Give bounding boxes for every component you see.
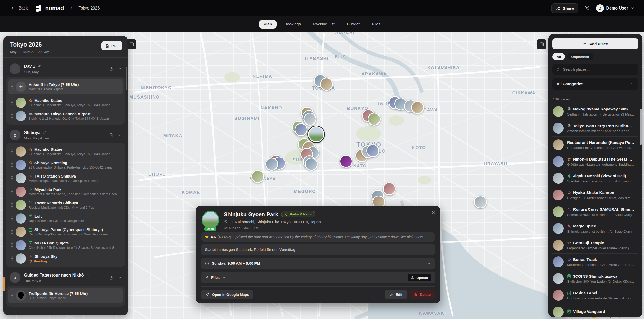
tab[interactable]: Files xyxy=(367,20,386,29)
itinerary-item[interactable]: Mercure Tokyo Haneda Airport 1-chōme-2-1… xyxy=(8,109,123,123)
map-place-marker[interactable] xyxy=(383,182,396,195)
drag-handle-icon[interactable] xyxy=(11,100,13,105)
drag-handle-icon[interactable] xyxy=(11,229,13,234)
theme-toggle-button[interactable] xyxy=(584,5,590,11)
category-dropdown[interactable]: All Categories xyxy=(552,78,638,90)
itinerary-item[interactable]: Shibuya Sky Pending xyxy=(8,252,123,265)
place-thumbnail xyxy=(553,106,564,117)
category-icon xyxy=(29,161,33,165)
chevron-down-icon[interactable] xyxy=(118,275,122,280)
open-google-maps-button[interactable]: Open in Google Maps xyxy=(201,290,253,299)
place-list-item[interactable]: Magic Spice Shimokitazawa ist berühmt fü… xyxy=(552,220,638,237)
map-place-marker[interactable] xyxy=(308,126,324,142)
back-button[interactable]: Back xyxy=(9,5,29,11)
itinerary-item[interactable]: MEGA Don Quijote Chaotischer 24h-Discoun… xyxy=(8,238,123,252)
place-list-item[interactable]: 3COINS Shimokitazawa Stylischer 300-Yen-… xyxy=(552,270,638,287)
files-row[interactable]: Files Upload xyxy=(201,272,435,283)
edit-day-icon[interactable] xyxy=(38,64,41,68)
place-name: Nihon-ji Daibutsu (The Great … xyxy=(573,157,632,162)
place-list-item[interactable]: Jigoku Nozoki (View of Hell) Spektakulär… xyxy=(552,170,638,187)
place-list-item[interactable]: Bonus Track Modernes, dörfliches Café-Ar… xyxy=(552,254,638,270)
itinerary-item[interactable]: Tower Records Shibuya Riesiger Musiklade… xyxy=(8,198,123,212)
tab[interactable]: Packing List xyxy=(308,20,340,29)
place-list-item[interactable]: Tokyo-Wan Ferry Port Kuriha… Abfahrtssta… xyxy=(552,120,638,137)
edit-button[interactable]: Edit xyxy=(385,290,407,299)
drag-handle-icon[interactable] xyxy=(11,176,13,181)
filter-chip[interactable]: Unplanned xyxy=(567,53,593,60)
chevron-down-icon[interactable] xyxy=(118,66,122,71)
delete-button[interactable]: Delete xyxy=(410,290,435,299)
drag-handle-icon[interactable] xyxy=(11,189,13,194)
place-list-item[interactable]: Restaurant Harunatei (Kanaya Po… Restaur… xyxy=(552,137,638,153)
map-place-marker[interactable] xyxy=(320,78,333,91)
drag-handle-icon[interactable] xyxy=(11,203,13,207)
map-place-marker[interactable] xyxy=(305,158,318,171)
note-input[interactable]: Startet im riesigen Stadtpark. Perfekt f… xyxy=(201,244,435,255)
itinerary-item[interactable]: Loft Japanischer Lifestyle- und Designst… xyxy=(8,212,123,225)
collapse-left-panel-button[interactable] xyxy=(127,39,136,49)
itinerary-item[interactable]: Hachiko Statue 2 Chome-1 Dogenzaka, Shib… xyxy=(8,145,123,158)
day-notes-icon[interactable] xyxy=(109,66,113,71)
brand-logo[interactable]: nomad xyxy=(36,4,64,12)
itinerary-scrollbar[interactable] xyxy=(126,67,127,90)
map-place-marker[interactable] xyxy=(295,123,307,136)
drag-handle-icon[interactable] xyxy=(11,256,13,261)
drag-handle-icon[interactable] xyxy=(11,163,13,167)
place-list-item[interactable]: B-Side Label Hochwertige, wasserfeste St… xyxy=(552,287,638,304)
map-place-marker[interactable] xyxy=(411,101,424,114)
edit-day-icon[interactable] xyxy=(86,273,90,277)
map-place-marker[interactable] xyxy=(304,113,316,126)
place-list-item[interactable]: Village Vanguard xyxy=(552,304,638,317)
map-place-marker[interactable] xyxy=(340,155,352,168)
drag-handle-icon[interactable] xyxy=(11,216,13,221)
itinerary-item[interactable]: Hachiko Statue 2 Chome-1 Dogenzaka, Shib… xyxy=(8,96,123,109)
day-header[interactable]: 3 Guided Tagestour nach Nikkō Tue, May 5… xyxy=(6,270,125,286)
place-list-item[interactable]: Nihon-ji Daibutsu (The Great … Größte au… xyxy=(552,153,638,170)
place-name: Jigoku Nozoki (View of Hell) xyxy=(573,174,626,178)
day-header[interactable]: 2 Shibuya Mon, May 4 — xyxy=(6,127,125,143)
export-pdf-button[interactable]: PDF xyxy=(101,41,122,50)
place-list-item[interactable]: Rojiura Curry SAMURAI. Shim… Shimokitaza… xyxy=(552,203,638,220)
day-notes-icon[interactable] xyxy=(109,275,113,280)
chevron-down-icon[interactable] xyxy=(118,133,122,137)
map-place-marker[interactable] xyxy=(265,158,278,171)
tab[interactable]: Budget xyxy=(342,20,365,29)
share-button[interactable]: Share xyxy=(551,3,578,13)
drag-handle-icon[interactable] xyxy=(11,243,13,247)
close-icon[interactable] xyxy=(431,210,436,215)
add-place-button[interactable]: Add Place xyxy=(552,38,638,49)
breadcrumb-separator: / xyxy=(71,6,72,11)
itinerary-item[interactable]: ✈ Ankunft in Tokyo (7:55 Uhr) Mercure Ha… xyxy=(8,79,123,94)
map-place-marker[interactable] xyxy=(474,196,487,208)
drag-handle-icon[interactable] xyxy=(11,84,13,89)
map-place-marker[interactable] xyxy=(251,170,264,183)
map-place-marker[interactable] xyxy=(366,144,379,157)
itinerary-item[interactable]: Shibuya Crossing 21 Udagawacho, Shibuya,… xyxy=(8,158,123,172)
search-input[interactable] xyxy=(562,67,635,72)
drag-handle-icon[interactable] xyxy=(11,114,13,118)
day-header[interactable]: 1 Day 1 Sun, May 3 — xyxy=(6,61,125,77)
collapse-right-panel-button[interactable] xyxy=(537,39,546,49)
place-list-item[interactable]: Nokogiriyama Ropeway Sum… Seilbahn: Tals… xyxy=(552,103,638,120)
places-scrollbar[interactable] xyxy=(640,109,642,145)
place-description: Restaurant mit verschiedener Auswahl di… xyxy=(567,146,638,150)
itinerary-item[interactable]: Treffpunkt für Abreise (7:55 Uhr) Bus Te… xyxy=(8,288,123,303)
itinerary-item[interactable]: TAITO Station Shibuya Mehrstöckige Arcad… xyxy=(8,172,123,185)
user-menu[interactable]: D Demo User xyxy=(596,4,635,12)
tab[interactable]: Plan xyxy=(259,20,277,29)
category-badge: Parks & Natur xyxy=(281,211,315,217)
category-icon xyxy=(567,258,571,262)
itinerary-item[interactable]: Miyashita Park Moderner Park mit Shops, … xyxy=(8,185,123,198)
place-list-item[interactable]: Gōtokuji Temple Legendärer Tempel voller… xyxy=(552,237,638,254)
tab[interactable]: Bookings xyxy=(279,20,306,29)
edit-day-icon[interactable] xyxy=(43,131,46,134)
map-place-marker[interactable] xyxy=(368,113,381,126)
drag-handle-icon[interactable] xyxy=(11,149,13,154)
upload-button[interactable]: Upload xyxy=(408,274,431,281)
itinerary-item[interactable]: Shibuya Parco (Cyberspace Shibuya) Retro… xyxy=(8,225,123,238)
drag-handle-icon[interactable] xyxy=(11,293,13,298)
filter-chip[interactable]: All xyxy=(552,53,565,60)
place-list-item[interactable]: Hyaku-Shaku Kannon Riesiges, 30 Meter ho… xyxy=(552,187,638,203)
day-notes-icon[interactable] xyxy=(109,133,113,137)
opening-hours-row[interactable]: Sunday: 9:00 AM – 6:00 PM xyxy=(201,258,435,269)
